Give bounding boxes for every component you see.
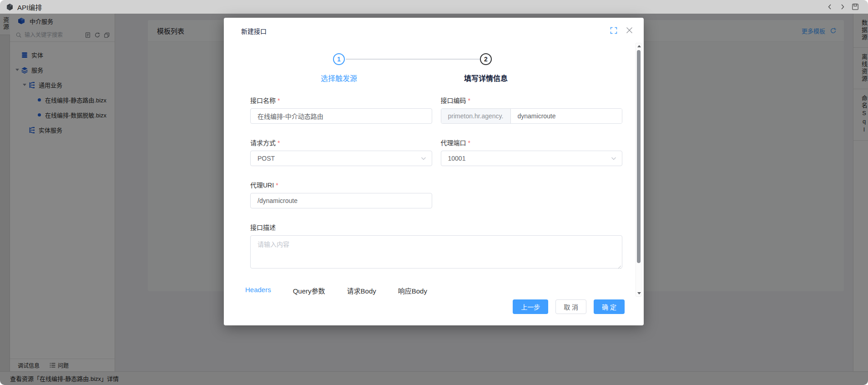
app-window: API编排 资源 中介服务 xyxy=(0,0,868,385)
field-proxy-port: 代理端口* 10001 xyxy=(441,138,623,166)
interface-form: 接口名称* 接口编码* primeton.hr.agency. 请求方式* PO… xyxy=(250,96,622,278)
tab-response-body[interactable]: 响应Body xyxy=(398,286,427,295)
fullscreen-icon[interactable] xyxy=(610,27,617,34)
required-marker: * xyxy=(468,97,470,104)
description-textarea[interactable] xyxy=(250,235,622,268)
proxy-port-select[interactable]: 10001 xyxy=(441,151,623,166)
save-icon[interactable] xyxy=(852,3,859,10)
dialog-scrollbar[interactable] xyxy=(636,43,641,297)
field-description: 接口描述 xyxy=(250,223,622,270)
dialog-footer: 上一步 取 消 确 定 xyxy=(224,295,644,325)
interface-name-input[interactable] xyxy=(250,108,432,124)
app-logo-icon xyxy=(6,3,14,11)
proxy-uri-input[interactable] xyxy=(250,193,432,208)
step-1-indicator: 1 xyxy=(333,53,345,65)
required-marker: * xyxy=(276,182,278,189)
param-tabs: Headers Query参数 请求Body 响应Body xyxy=(245,286,622,295)
field-label: 代理URI* xyxy=(250,180,432,189)
step-2-indicator: 2 xyxy=(480,53,492,65)
request-method-select[interactable]: POST xyxy=(250,151,432,166)
field-label: 接口描述 xyxy=(250,223,622,232)
step-2-label: 填写详情信息 xyxy=(440,72,531,83)
cancel-button[interactable]: 取 消 xyxy=(555,299,586,314)
required-marker: * xyxy=(278,139,280,147)
field-label: 接口编码* xyxy=(441,96,623,105)
field-request-method: 请求方式* POST xyxy=(250,138,432,166)
chevron-down-icon xyxy=(611,155,617,162)
field-interface-name: 接口名称* xyxy=(250,96,432,124)
tab-query-params[interactable]: Query参数 xyxy=(293,286,325,295)
code-prefix: primeton.hr.agency. xyxy=(441,109,511,123)
scroll-up-icon[interactable] xyxy=(637,45,641,47)
field-label: 代理端口* xyxy=(441,138,623,147)
step-connector xyxy=(346,59,480,60)
dialog-body: 1 2 选择触发源 填写详情信息 接口名称* 接口编码* primeton.hr… xyxy=(224,41,644,295)
chevron-down-icon xyxy=(420,155,427,162)
confirm-button[interactable]: 确 定 xyxy=(594,299,625,314)
required-marker: * xyxy=(278,97,280,104)
field-label: 接口名称* xyxy=(250,96,432,105)
scrollbar-thumb[interactable] xyxy=(637,50,641,263)
select-value: 10001 xyxy=(448,155,466,162)
tab-request-body[interactable]: 请求Body xyxy=(347,286,376,295)
field-proxy-uri: 代理URI* xyxy=(250,180,432,208)
dialog-header: 新建接口 xyxy=(224,18,644,41)
close-icon[interactable] xyxy=(626,27,633,34)
scroll-down-icon[interactable] xyxy=(637,292,641,294)
nav-back-icon[interactable] xyxy=(826,3,833,10)
app-title: API编排 xyxy=(17,2,42,12)
new-interface-dialog: 新建接口 1 2 选择触发源 填写详情信息 接口名称* xyxy=(224,18,644,325)
select-value: POST xyxy=(257,155,275,162)
stepper: 1 2 选择触发源 填写详情信息 xyxy=(250,53,622,96)
field-label: 请求方式* xyxy=(250,138,432,147)
interface-code-input[interactable] xyxy=(511,109,622,123)
required-marker: * xyxy=(468,139,470,147)
tab-headers[interactable]: Headers xyxy=(245,286,271,295)
spacer xyxy=(441,180,623,208)
previous-step-button[interactable]: 上一步 xyxy=(513,299,548,314)
titlebar: API编排 xyxy=(0,0,868,14)
nav-forward-icon[interactable] xyxy=(839,3,846,10)
step-1-label: 选择触发源 xyxy=(293,72,384,83)
dialog-title: 新建接口 xyxy=(241,26,267,35)
field-interface-code: 接口编码* primeton.hr.agency. xyxy=(441,96,623,124)
